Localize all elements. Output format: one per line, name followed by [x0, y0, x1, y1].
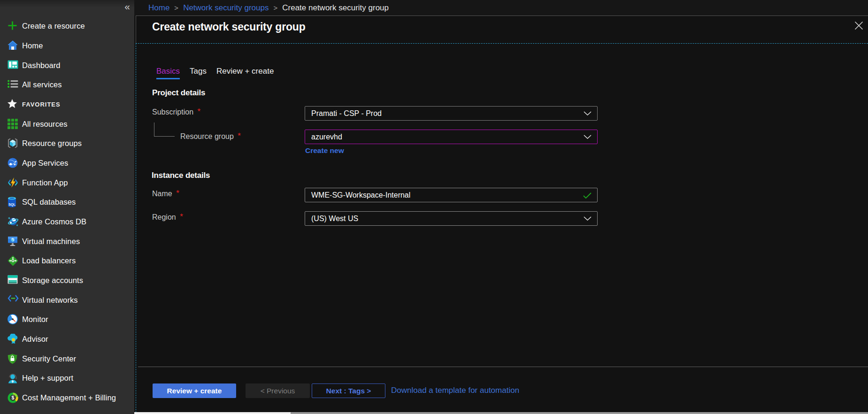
- svg-text:$: $: [12, 395, 15, 400]
- svg-text:SQL: SQL: [8, 203, 15, 207]
